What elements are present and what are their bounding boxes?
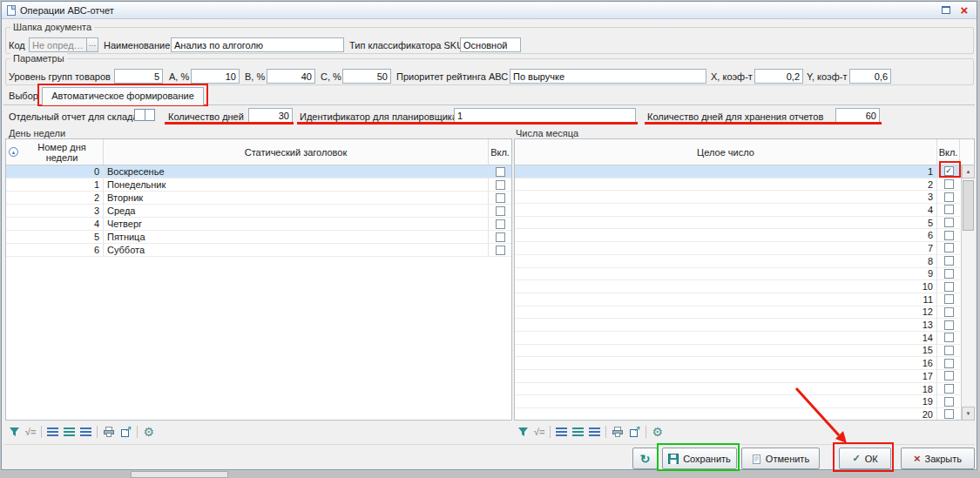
table-row[interactable]: 11 xyxy=(515,293,960,306)
retention-days-input[interactable] xyxy=(835,108,880,123)
export-icon[interactable] xyxy=(629,427,640,437)
row-checkbox[interactable] xyxy=(944,409,954,419)
weekday-number-header[interactable]: ▲ Номер дня недели xyxy=(6,139,104,165)
table-row[interactable]: 15 xyxy=(515,345,960,358)
refresh-button[interactable]: ↻ xyxy=(632,448,658,469)
row-checkbox[interactable] xyxy=(944,359,954,368)
close-button[interactable]: × Закрыть xyxy=(901,448,975,469)
c-percent-input[interactable] xyxy=(342,69,391,84)
month-enabled-header[interactable]: Вкл. xyxy=(937,139,960,165)
y-coef-input[interactable] xyxy=(849,69,891,84)
list-add-icon[interactable] xyxy=(64,428,75,437)
row-checkbox[interactable] xyxy=(944,397,954,407)
level-input[interactable] xyxy=(114,69,163,84)
a-percent-input[interactable] xyxy=(191,69,240,84)
row-checkbox[interactable] xyxy=(944,231,954,240)
b-percent-input[interactable] xyxy=(267,69,315,84)
ok-button[interactable]: ✓ ОК xyxy=(839,448,891,469)
weekday-enabled-header[interactable]: Вкл. xyxy=(489,139,511,165)
filter-icon[interactable] xyxy=(9,427,20,437)
row-checkbox[interactable] xyxy=(944,384,954,394)
table-row[interactable]: 19 xyxy=(515,395,960,408)
table-row[interactable]: 6Суббота xyxy=(6,244,511,257)
table-row[interactable]: 7 xyxy=(515,242,960,255)
list-view-icon[interactable] xyxy=(47,428,58,437)
row-checkbox[interactable] xyxy=(944,320,954,330)
row-checkbox[interactable] xyxy=(944,192,954,202)
row-checkbox[interactable] xyxy=(496,193,505,203)
table-row[interactable]: 17 xyxy=(515,370,960,383)
table-row[interactable]: 5 xyxy=(515,217,960,230)
list-grid-icon[interactable] xyxy=(80,428,91,437)
table-row[interactable]: 8 xyxy=(515,255,960,268)
table-row[interactable]: 2 xyxy=(515,178,960,192)
close-window-button[interactable]: × xyxy=(957,4,971,17)
save-button[interactable]: Сохранить xyxy=(662,448,737,469)
row-checkbox[interactable] xyxy=(944,218,954,227)
custom-filter-icon[interactable]: √= xyxy=(25,427,36,437)
print-icon[interactable] xyxy=(103,427,115,437)
table-row[interactable]: 6 xyxy=(515,229,960,242)
table-row[interactable]: 16 xyxy=(515,357,960,370)
table-row[interactable]: 3Среда xyxy=(6,205,511,218)
row-checkbox[interactable] xyxy=(944,307,954,317)
row-checkbox[interactable] xyxy=(944,282,954,292)
row-checkbox[interactable] xyxy=(944,294,954,304)
table-row[interactable]: 5Пятница xyxy=(6,231,511,244)
row-checkbox[interactable] xyxy=(944,256,954,266)
table-row[interactable]: 0Воскресенье xyxy=(6,165,511,178)
tab-vybor[interactable]: Выбор xyxy=(7,91,40,101)
print-icon[interactable] xyxy=(612,427,624,437)
name-input[interactable] xyxy=(171,37,344,52)
x-coef-input[interactable] xyxy=(754,69,803,84)
table-row[interactable]: 4 xyxy=(515,204,960,217)
taskbar-button[interactable] xyxy=(131,471,228,478)
scroll-down-arrow[interactable]: ▼ xyxy=(962,407,975,421)
custom-filter-icon[interactable]: √= xyxy=(534,427,544,437)
table-row[interactable]: 20 xyxy=(515,408,960,421)
sku-classifier-input[interactable] xyxy=(460,37,521,52)
row-checkbox[interactable] xyxy=(944,205,954,214)
abc-priority-input[interactable] xyxy=(510,69,706,84)
table-row[interactable]: 13 xyxy=(515,319,960,332)
row-checkbox[interactable] xyxy=(496,246,505,255)
list-view-icon[interactable] xyxy=(556,428,567,437)
table-row[interactable]: 1Понедельник xyxy=(6,178,511,192)
row-checkbox[interactable] xyxy=(944,346,954,355)
row-checkbox[interactable] xyxy=(944,179,954,189)
row-checkbox[interactable] xyxy=(944,371,954,380)
table-row[interactable]: 3 xyxy=(515,191,960,204)
row-checkbox[interactable] xyxy=(944,243,954,252)
row-checkbox[interactable] xyxy=(496,232,505,242)
filter-icon[interactable] xyxy=(517,427,529,437)
settings-gear-icon[interactable]: ⚙ xyxy=(652,426,663,438)
planner-id-input[interactable] xyxy=(454,108,636,123)
tab-auto-formation[interactable]: Автоматическое формирование xyxy=(42,87,204,105)
table-row[interactable]: 4Четверг xyxy=(6,218,511,231)
table-row[interactable]: 10 xyxy=(515,280,960,293)
table-row[interactable]: 1✓ xyxy=(515,165,960,178)
row-checkbox[interactable] xyxy=(496,219,505,229)
settings-gear-icon[interactable]: ⚙ xyxy=(143,426,154,438)
scroll-up-arrow[interactable]: ▲ xyxy=(962,165,975,178)
integer-column-header[interactable]: Целое число xyxy=(515,139,937,165)
row-checkbox[interactable] xyxy=(944,333,954,342)
row-checkbox[interactable]: ✓ xyxy=(944,166,954,176)
table-row[interactable]: 9 xyxy=(515,268,960,281)
separate-report-checkbox[interactable] xyxy=(134,109,155,121)
table-row[interactable]: 14 xyxy=(515,332,960,345)
row-checkbox[interactable] xyxy=(496,180,505,190)
static-header-column-header[interactable]: Статический заголовок xyxy=(104,139,489,165)
code-field[interactable]: Не опред… … xyxy=(29,37,98,52)
table-row[interactable]: 12 xyxy=(515,306,960,320)
sort-ascending-icon[interactable]: ▲ xyxy=(9,147,18,157)
cancel-button[interactable]: Отменить xyxy=(741,448,820,469)
code-browse-button[interactable]: … xyxy=(86,38,98,51)
scrollbar-thumb[interactable] xyxy=(963,180,974,231)
row-checkbox[interactable] xyxy=(496,167,505,177)
table-row[interactable]: 2Вторник xyxy=(6,192,511,205)
list-add-icon[interactable] xyxy=(572,428,584,437)
row-checkbox[interactable] xyxy=(496,206,505,216)
table-row[interactable]: 18 xyxy=(515,383,960,396)
export-icon[interactable] xyxy=(120,427,132,437)
